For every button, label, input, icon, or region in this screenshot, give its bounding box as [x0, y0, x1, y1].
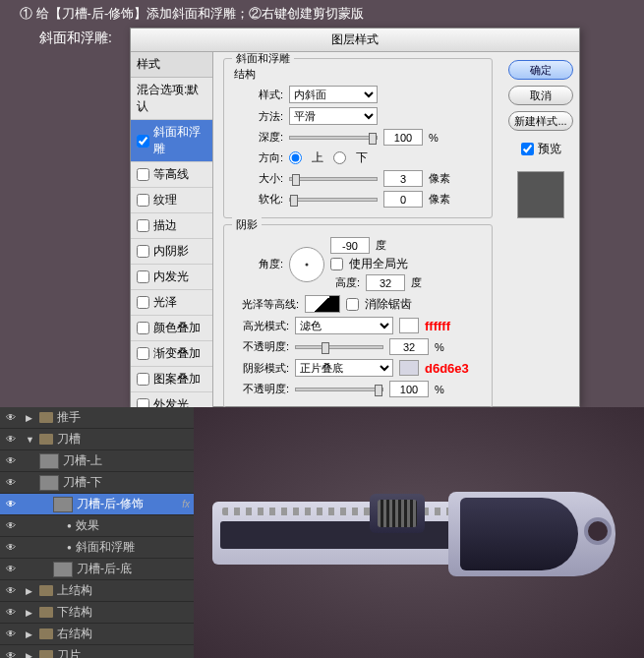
visibility-icon[interactable]: 👁: [4, 584, 18, 598]
visibility-icon[interactable]: 👁: [4, 541, 18, 555]
shading-group: 阴影 角度: 度 使用全局光 高度:度 光泽等高线:消除锯齿 高光模式:滤色ff…: [223, 224, 493, 408]
layer-row[interactable]: 👁▶上结构: [0, 580, 194, 602]
layer-row[interactable]: 👁刀槽-上: [0, 450, 194, 472]
visibility-icon[interactable]: 👁: [4, 411, 18, 425]
dir-down-label: 下: [356, 150, 368, 166]
visibility-icon[interactable]: 👁: [4, 519, 18, 533]
gradient-overlay-item[interactable]: 渐变叠加: [131, 341, 212, 367]
layers-panel: 👁▶推手👁▼刀槽👁刀槽-上👁刀槽-下👁刀槽-后-修饰fx👁●效果👁●斜面和浮雕👁…: [0, 407, 194, 658]
highlight-opacity-value[interactable]: [389, 338, 429, 355]
expand-icon[interactable]: ▶: [26, 413, 35, 423]
layer-name: 刀片: [57, 647, 81, 658]
satin-checkbox[interactable]: [137, 296, 149, 309]
angle-value[interactable]: [330, 237, 370, 254]
expand-icon[interactable]: ▶: [26, 586, 35, 596]
blend-options-item[interactable]: 混合选项:默认: [131, 78, 212, 120]
stroke-item[interactable]: 描边: [131, 213, 212, 239]
pattern-overlay-checkbox[interactable]: [137, 373, 149, 386]
expand-icon[interactable]: ▼: [26, 435, 35, 445]
layer-name: 效果: [76, 517, 99, 534]
shadow-mode-select[interactable]: 正片叠底: [295, 359, 393, 377]
color-overlay-item[interactable]: 颜色叠加: [131, 316, 212, 341]
visibility-icon[interactable]: 👁: [4, 563, 18, 576]
folder-icon: [39, 585, 53, 596]
layer-row[interactable]: 👁▶下结构: [0, 602, 194, 624]
layer-row[interactable]: 👁刀槽-下: [0, 472, 194, 494]
visibility-icon[interactable]: 👁: [4, 476, 18, 490]
inner-glow-item[interactable]: 内发光: [131, 265, 212, 290]
bevel-checkbox[interactable]: [137, 135, 149, 148]
visibility-icon[interactable]: 👁: [4, 628, 18, 641]
instruction-text: ① 给【刀槽-后-修饰】添加斜面和浮雕；②右键创建剪切蒙版: [0, 0, 644, 28]
dir-up-label: 上: [312, 150, 323, 166]
new-style-button[interactable]: 新建样式...: [508, 111, 573, 131]
satin-item[interactable]: 光泽: [131, 290, 212, 316]
settings-panel: 斜面和浮雕 结构 样式:内斜面 方法:平滑 深度:% 方向:上下 大小:像素 软…: [213, 52, 502, 408]
visibility-icon[interactable]: 👁: [4, 649, 18, 659]
layer-row[interactable]: 👁刀槽-后-底: [0, 559, 194, 580]
stroke-checkbox[interactable]: [137, 219, 149, 232]
size-slider[interactable]: [289, 177, 378, 181]
color-overlay-checkbox[interactable]: [137, 322, 149, 334]
soften-value[interactable]: [383, 191, 423, 208]
highlight-color-hex: ffffff: [425, 319, 450, 333]
preview-thumbnail: [517, 171, 564, 218]
visibility-icon[interactable]: 👁: [4, 606, 18, 620]
layer-row[interactable]: 👁▼刀槽: [0, 429, 194, 450]
altitude-unit: 度: [411, 275, 422, 290]
depth-value[interactable]: [383, 129, 423, 146]
angle-dial[interactable]: [289, 247, 324, 282]
gloss-contour-picker[interactable]: [305, 295, 340, 313]
expand-icon[interactable]: ▶: [26, 651, 35, 659]
visibility-icon[interactable]: 👁: [4, 498, 18, 511]
global-light-label: 使用全局光: [349, 256, 408, 272]
size-value[interactable]: [383, 170, 423, 187]
altitude-value[interactable]: [366, 274, 405, 291]
layer-row[interactable]: 👁●斜面和浮雕: [0, 537, 194, 559]
dir-up-radio[interactable]: [289, 151, 302, 164]
pattern-overlay-item[interactable]: 图案叠加: [131, 367, 212, 392]
layer-name: 推手: [57, 409, 81, 426]
shadow-opacity-slider[interactable]: [295, 388, 383, 391]
layer-row[interactable]: 👁●效果: [0, 515, 194, 537]
expand-icon[interactable]: ▶: [26, 608, 35, 618]
layer-row[interactable]: 👁▶右结构: [0, 624, 194, 645]
fx-badge[interactable]: fx: [182, 499, 190, 509]
contour-item[interactable]: 等高线: [131, 162, 212, 188]
structure-group: 斜面和浮雕 结构 样式:内斜面 方法:平滑 深度:% 方向:上下 大小:像素 软…: [223, 58, 493, 218]
style-select[interactable]: 内斜面: [289, 86, 378, 103]
angle-label: 角度:: [234, 257, 283, 271]
highlight-mode-select[interactable]: 滤色: [295, 317, 393, 334]
gradient-overlay-checkbox[interactable]: [137, 347, 149, 360]
altitude-label: 高度:: [330, 275, 360, 290]
expand-icon[interactable]: ▶: [26, 629, 35, 639]
canvas-area: [194, 407, 644, 658]
dir-down-radio[interactable]: [333, 151, 346, 164]
visibility-icon[interactable]: 👁: [4, 433, 18, 447]
shadow-opacity-value[interactable]: [389, 381, 429, 397]
antialias-checkbox[interactable]: [346, 298, 359, 311]
depth-label: 深度:: [234, 130, 283, 145]
contour-checkbox[interactable]: [137, 168, 149, 181]
texture-item[interactable]: 纹理: [131, 188, 212, 213]
layer-row[interactable]: 👁▶刀片: [0, 645, 194, 658]
visibility-icon[interactable]: 👁: [4, 454, 18, 468]
inner-shadow-checkbox[interactable]: [137, 245, 149, 258]
inner-shadow-item[interactable]: 内阴影: [131, 239, 212, 265]
preview-checkbox[interactable]: [521, 143, 534, 155]
layer-name: 刀槽-后-底: [77, 561, 132, 577]
highlight-color-swatch[interactable]: [399, 318, 419, 333]
bevel-item[interactable]: 斜面和浮雕: [131, 120, 212, 162]
layer-row[interactable]: 👁▶推手: [0, 407, 194, 429]
method-select[interactable]: 平滑: [289, 107, 378, 125]
inner-glow-checkbox[interactable]: [137, 270, 149, 283]
global-light-checkbox[interactable]: [330, 258, 343, 270]
depth-slider[interactable]: [289, 136, 378, 140]
shadow-color-swatch[interactable]: [399, 360, 419, 376]
layer-row[interactable]: 👁刀槽-后-修饰fx: [0, 494, 194, 515]
highlight-opacity-slider[interactable]: [295, 345, 383, 349]
ok-button[interactable]: 确定: [508, 60, 573, 80]
texture-checkbox[interactable]: [137, 194, 149, 207]
cancel-button[interactable]: 取消: [508, 86, 573, 105]
soften-slider[interactable]: [289, 198, 378, 202]
